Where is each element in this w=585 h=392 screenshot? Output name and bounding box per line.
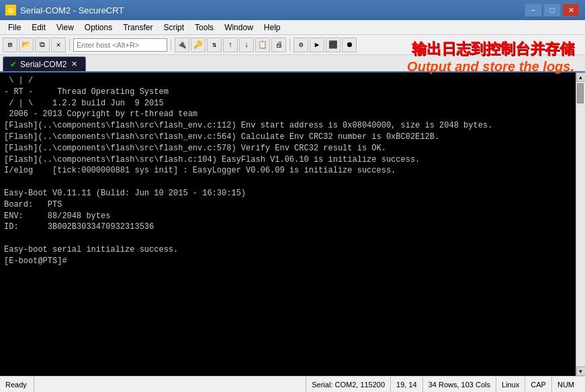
toolbar-btn-script[interactable]: ▶ xyxy=(310,38,324,52)
menu-script[interactable]: Script xyxy=(158,20,189,34)
toolbar-btn-open[interactable]: 📂 xyxy=(19,38,34,52)
toolbar-btn-paste[interactable]: 📋 xyxy=(255,38,270,52)
status-right: Serial: COM2, 115200 19, 14 34 Rows, 103… xyxy=(306,377,580,393)
terminal-line: / | \ 1.2.2 build Jun 9 2015 xyxy=(4,98,572,109)
menu-bar: File Edit View Options Transfer Script T… xyxy=(0,20,585,35)
terminal-line xyxy=(4,233,572,244)
title-bar: 🖥 Serial-COM2 - SecureCRT − □ ✕ xyxy=(0,0,585,20)
terminal-line: ID: 3B002B3033470932313536 xyxy=(4,222,572,233)
title-bar-left: 🖥 Serial-COM2 - SecureCRT xyxy=(5,5,124,15)
terminal-line: 2006 - 2013 Copyright by rt-thread team xyxy=(4,109,572,120)
status-connection: Serial: COM2, 115200 xyxy=(306,377,390,393)
terminal-line: [Flash](..\components\flash\src\flash.c:… xyxy=(4,154,572,166)
menu-options[interactable]: Options xyxy=(79,20,118,34)
tab-label: Serial-COM2 xyxy=(20,60,66,69)
toolbar-btn-connect[interactable]: 🔌 xyxy=(175,38,189,52)
tab-serial-com2[interactable]: ✔ Serial-COM2 ✕ xyxy=(3,56,86,71)
window-title: Serial-COM2 - SecureCRT xyxy=(20,5,124,15)
terminal-line: I/elog [tick:0000000881 sys init] : Easy… xyxy=(4,165,572,177)
toolbar-sep-1 xyxy=(69,39,70,51)
terminal-line: Easy-Boot V0.11.11 (Bulid: Jun 10 2015 -… xyxy=(4,188,572,199)
status-position: 19, 14 xyxy=(390,377,422,393)
toolbar: ⊞ 📂 ⧉ ✕ 🔌 🔑 ⇅ ↑ ↓ 📋 🖨 ⚙ ▶ ⬛ ⏺ xyxy=(0,35,585,55)
app-icon: 🖥 xyxy=(5,5,16,15)
terminal-line: [Flash](..\components\flash\src\flash_en… xyxy=(4,143,572,154)
toolbar-btn-new[interactable]: ⊞ xyxy=(3,38,17,52)
menu-transfer[interactable]: Transfer xyxy=(118,20,158,34)
terminal-line: \ | / xyxy=(4,75,572,87)
menu-help[interactable]: Help xyxy=(259,20,286,34)
host-input[interactable] xyxy=(73,38,167,52)
close-button[interactable]: ✕ xyxy=(562,3,580,17)
terminal[interactable]: \ | /- RT - Thread Operating System / | … xyxy=(0,72,576,376)
status-os: Linux xyxy=(496,377,525,393)
menu-edit[interactable]: Edit xyxy=(26,20,51,34)
main-area: \ | /- RT - Thread Operating System / | … xyxy=(0,72,585,376)
toolbar-sep-3 xyxy=(289,39,290,51)
status-ready: Ready xyxy=(5,377,34,392)
status-bar: Ready Serial: COM2, 115200 19, 14 34 Row… xyxy=(0,376,585,392)
terminal-line: - RT - Thread Operating System xyxy=(4,87,572,98)
terminal-line: [Flash](..\components\flash\src\flash_en… xyxy=(4,132,572,143)
toolbar-btn-key[interactable]: 🔑 xyxy=(191,38,206,52)
toolbar-btn-stop[interactable]: ⬛ xyxy=(326,38,341,52)
toolbar-btn-settings[interactable]: ⚙ xyxy=(294,38,308,52)
terminal-line: [E-boot@PTS]# xyxy=(4,256,572,267)
tab-check-icon: ✔ xyxy=(10,60,17,69)
scroll-thumb[interactable] xyxy=(577,83,584,103)
scrollbar[interactable]: ▲ ▼ xyxy=(576,72,585,376)
scroll-down-arrow[interactable]: ▼ xyxy=(576,366,586,376)
toolbar-btn-record[interactable]: ⏺ xyxy=(342,38,357,52)
menu-view[interactable]: View xyxy=(51,20,79,34)
status-num: NUM xyxy=(551,377,580,393)
tab-bar: ✔ Serial-COM2 ✕ xyxy=(0,55,585,72)
menu-tools[interactable]: Tools xyxy=(189,20,219,34)
terminal-line: Easy-boot serial initialize success. xyxy=(4,244,572,256)
toolbar-btn-clone[interactable]: ⧉ xyxy=(35,38,50,52)
restore-button[interactable]: □ xyxy=(543,3,561,17)
menu-window[interactable]: Window xyxy=(219,20,259,34)
tab-close-icon[interactable]: ✕ xyxy=(70,60,79,68)
terminal-line: ENV: 88/2048 bytes xyxy=(4,211,572,222)
menu-file[interactable]: File xyxy=(3,20,26,34)
toolbar-btn-print[interactable]: 🖨 xyxy=(271,38,286,52)
toolbar-btn-upload[interactable]: ↑ xyxy=(223,38,238,52)
scroll-track[interactable] xyxy=(576,82,585,366)
minimize-button[interactable]: − xyxy=(525,3,542,17)
terminal-line: [Flash](..\components\flash\src\flash_en… xyxy=(4,120,572,132)
toolbar-btn-transfer[interactable]: ⇅ xyxy=(207,38,222,52)
status-size: 34 Rows, 103 Cols xyxy=(422,377,496,393)
toolbar-btn-download[interactable]: ↓ xyxy=(239,38,254,52)
toolbar-btn-close[interactable]: ✕ xyxy=(51,38,66,52)
terminal-line xyxy=(4,177,572,188)
toolbar-sep-2 xyxy=(171,39,171,51)
scroll-up-arrow[interactable]: ▲ xyxy=(576,72,586,82)
window-controls: − □ ✕ xyxy=(525,3,580,17)
terminal-line: Board: PTS xyxy=(4,199,572,211)
status-cap: CAP xyxy=(525,377,551,393)
